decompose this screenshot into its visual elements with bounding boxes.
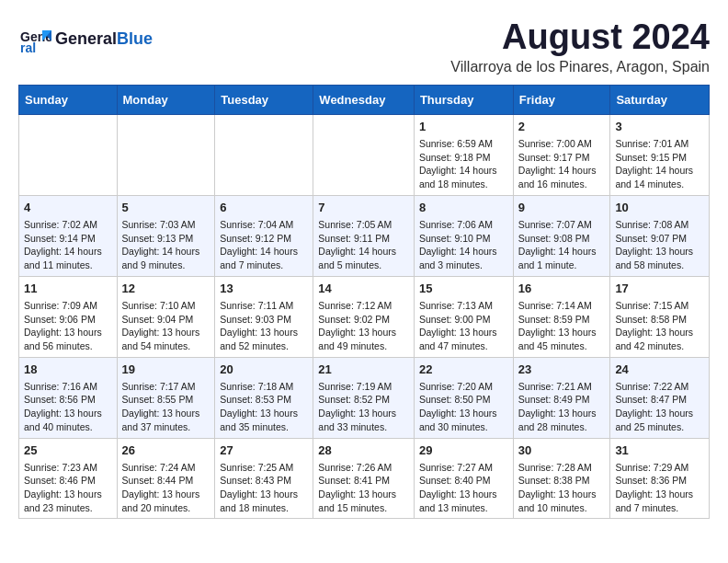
day-info: Sunrise: 7:08 AMSunset: 9:07 PMDaylight:… bbox=[615, 218, 704, 272]
calendar-cell: 12Sunrise: 7:10 AMSunset: 9:04 PMDayligh… bbox=[117, 276, 215, 357]
calendar-cell bbox=[215, 114, 313, 195]
day-info: Sunrise: 7:29 AMSunset: 8:36 PMDaylight:… bbox=[615, 461, 704, 515]
day-info: Sunrise: 6:59 AMSunset: 9:18 PMDaylight:… bbox=[419, 137, 508, 191]
day-info: Sunrise: 7:10 AMSunset: 9:04 PMDaylight:… bbox=[122, 299, 210, 353]
week-row-5: 25Sunrise: 7:23 AMSunset: 8:46 PMDayligh… bbox=[19, 438, 710, 519]
calendar-cell: 28Sunrise: 7:26 AMSunset: 8:41 PMDayligh… bbox=[313, 438, 415, 519]
day-info: Sunrise: 7:09 AMSunset: 9:06 PMDaylight:… bbox=[24, 299, 112, 353]
calendar-cell: 24Sunrise: 7:22 AMSunset: 8:47 PMDayligh… bbox=[610, 357, 710, 438]
calendar-cell: 19Sunrise: 7:17 AMSunset: 8:55 PMDayligh… bbox=[117, 357, 215, 438]
calendar-cell: 3Sunrise: 7:01 AMSunset: 9:15 PMDaylight… bbox=[610, 114, 710, 195]
day-info: Sunrise: 7:00 AMSunset: 9:17 PMDaylight:… bbox=[518, 137, 606, 191]
day-info: Sunrise: 7:06 AMSunset: 9:10 PMDaylight:… bbox=[419, 218, 508, 272]
title-block: August 2024 Villarroya de los Pinares, A… bbox=[450, 18, 710, 75]
day-info: Sunrise: 7:15 AMSunset: 8:58 PMDaylight:… bbox=[615, 299, 704, 353]
col-header-friday: Friday bbox=[513, 85, 610, 114]
day-number: 3 bbox=[615, 119, 704, 135]
day-info: Sunrise: 7:05 AMSunset: 9:11 PMDaylight:… bbox=[318, 218, 409, 272]
logo: Gene ral GeneralBlue bbox=[18, 23, 153, 56]
calendar-cell: 25Sunrise: 7:23 AMSunset: 8:46 PMDayligh… bbox=[19, 438, 118, 519]
day-info: Sunrise: 7:16 AMSunset: 8:56 PMDaylight:… bbox=[24, 380, 112, 434]
calendar-cell: 1Sunrise: 6:59 AMSunset: 9:18 PMDaylight… bbox=[414, 114, 513, 195]
day-info: Sunrise: 7:13 AMSunset: 9:00 PMDaylight:… bbox=[419, 299, 508, 353]
day-info: Sunrise: 7:17 AMSunset: 8:55 PMDaylight:… bbox=[122, 380, 210, 434]
calendar-cell: 27Sunrise: 7:25 AMSunset: 8:43 PMDayligh… bbox=[215, 438, 313, 519]
col-header-wednesday: Wednesday bbox=[313, 85, 415, 114]
day-info: Sunrise: 7:14 AMSunset: 8:59 PMDaylight:… bbox=[518, 299, 606, 353]
svg-text:ral: ral bbox=[20, 40, 36, 55]
day-info: Sunrise: 7:18 AMSunset: 8:53 PMDaylight:… bbox=[220, 380, 308, 434]
day-number: 28 bbox=[318, 442, 409, 459]
calendar-cell: 31Sunrise: 7:29 AMSunset: 8:36 PMDayligh… bbox=[610, 438, 710, 519]
calendar-cell: 13Sunrise: 7:11 AMSunset: 9:03 PMDayligh… bbox=[215, 276, 313, 357]
day-number: 11 bbox=[24, 281, 112, 297]
day-number: 30 bbox=[518, 442, 606, 459]
day-number: 21 bbox=[318, 362, 409, 378]
day-number: 17 bbox=[615, 281, 704, 297]
day-number: 18 bbox=[24, 362, 112, 378]
calendar-cell bbox=[313, 114, 415, 195]
day-info: Sunrise: 7:07 AMSunset: 9:08 PMDaylight:… bbox=[518, 218, 606, 272]
day-info: Sunrise: 7:25 AMSunset: 8:43 PMDaylight:… bbox=[220, 461, 308, 515]
day-info: Sunrise: 7:26 AMSunset: 8:41 PMDaylight:… bbox=[318, 461, 409, 515]
day-info: Sunrise: 7:12 AMSunset: 9:02 PMDaylight:… bbox=[318, 299, 409, 353]
calendar-cell: 29Sunrise: 7:27 AMSunset: 8:40 PMDayligh… bbox=[414, 438, 513, 519]
calendar-cell: 18Sunrise: 7:16 AMSunset: 8:56 PMDayligh… bbox=[19, 357, 118, 438]
day-info: Sunrise: 7:03 AMSunset: 9:13 PMDaylight:… bbox=[122, 218, 210, 272]
day-info: Sunrise: 7:28 AMSunset: 8:38 PMDaylight:… bbox=[518, 461, 606, 515]
day-number: 24 bbox=[615, 362, 704, 378]
week-row-3: 11Sunrise: 7:09 AMSunset: 9:06 PMDayligh… bbox=[19, 276, 710, 357]
calendar-cell: 20Sunrise: 7:18 AMSunset: 8:53 PMDayligh… bbox=[215, 357, 313, 438]
col-header-thursday: Thursday bbox=[414, 85, 513, 114]
day-number: 9 bbox=[518, 200, 606, 216]
day-number: 7 bbox=[318, 200, 409, 216]
calendar-table: SundayMondayTuesdayWednesdayThursdayFrid… bbox=[18, 85, 710, 520]
day-number: 25 bbox=[24, 442, 112, 459]
calendar-cell: 16Sunrise: 7:14 AMSunset: 8:59 PMDayligh… bbox=[513, 276, 610, 357]
logo-line1: GeneralBlue bbox=[55, 30, 153, 49]
logo-icon: Gene ral bbox=[18, 23, 51, 56]
day-number: 14 bbox=[318, 281, 409, 297]
calendar-body: 1Sunrise: 6:59 AMSunset: 9:18 PMDaylight… bbox=[19, 114, 710, 519]
calendar-cell: 26Sunrise: 7:24 AMSunset: 8:44 PMDayligh… bbox=[117, 438, 215, 519]
day-number: 20 bbox=[220, 362, 308, 378]
col-header-monday: Monday bbox=[117, 85, 215, 114]
calendar-cell: 23Sunrise: 7:21 AMSunset: 8:49 PMDayligh… bbox=[513, 357, 610, 438]
day-number: 23 bbox=[518, 362, 606, 378]
calendar-cell: 22Sunrise: 7:20 AMSunset: 8:50 PMDayligh… bbox=[414, 357, 513, 438]
day-number: 12 bbox=[122, 281, 210, 297]
calendar-cell: 21Sunrise: 7:19 AMSunset: 8:52 PMDayligh… bbox=[313, 357, 415, 438]
calendar-cell: 6Sunrise: 7:04 AMSunset: 9:12 PMDaylight… bbox=[215, 195, 313, 276]
day-info: Sunrise: 7:19 AMSunset: 8:52 PMDaylight:… bbox=[318, 380, 409, 434]
calendar-cell bbox=[117, 114, 215, 195]
main-title: August 2024 bbox=[450, 18, 710, 57]
week-row-4: 18Sunrise: 7:16 AMSunset: 8:56 PMDayligh… bbox=[19, 357, 710, 438]
calendar-cell: 4Sunrise: 7:02 AMSunset: 9:14 PMDaylight… bbox=[19, 195, 118, 276]
col-header-saturday: Saturday bbox=[610, 85, 710, 114]
calendar-cell: 7Sunrise: 7:05 AMSunset: 9:11 PMDaylight… bbox=[313, 195, 415, 276]
day-number: 1 bbox=[419, 119, 508, 135]
day-number: 27 bbox=[220, 442, 308, 459]
calendar-cell: 11Sunrise: 7:09 AMSunset: 9:06 PMDayligh… bbox=[19, 276, 118, 357]
day-number: 10 bbox=[615, 200, 704, 216]
calendar-header-row: SundayMondayTuesdayWednesdayThursdayFrid… bbox=[19, 85, 710, 114]
day-number: 2 bbox=[518, 119, 606, 135]
day-number: 8 bbox=[419, 200, 508, 216]
day-info: Sunrise: 7:24 AMSunset: 8:44 PMDaylight:… bbox=[122, 461, 210, 515]
day-info: Sunrise: 7:27 AMSunset: 8:40 PMDaylight:… bbox=[419, 461, 508, 515]
day-info: Sunrise: 7:21 AMSunset: 8:49 PMDaylight:… bbox=[518, 380, 606, 434]
day-number: 16 bbox=[518, 281, 606, 297]
calendar-cell: 2Sunrise: 7:00 AMSunset: 9:17 PMDaylight… bbox=[513, 114, 610, 195]
day-number: 26 bbox=[122, 442, 210, 459]
day-number: 19 bbox=[122, 362, 210, 378]
calendar-cell: 8Sunrise: 7:06 AMSunset: 9:10 PMDaylight… bbox=[414, 195, 513, 276]
day-number: 6 bbox=[220, 200, 308, 216]
calendar-cell: 15Sunrise: 7:13 AMSunset: 9:00 PMDayligh… bbox=[414, 276, 513, 357]
page-header: Gene ral GeneralBlue August 2024 Villarr… bbox=[18, 18, 710, 75]
day-number: 31 bbox=[615, 442, 704, 459]
col-header-sunday: Sunday bbox=[19, 85, 118, 114]
day-number: 22 bbox=[419, 362, 508, 378]
col-header-tuesday: Tuesday bbox=[215, 85, 313, 114]
week-row-1: 1Sunrise: 6:59 AMSunset: 9:18 PMDaylight… bbox=[19, 114, 710, 195]
calendar-cell: 10Sunrise: 7:08 AMSunset: 9:07 PMDayligh… bbox=[610, 195, 710, 276]
